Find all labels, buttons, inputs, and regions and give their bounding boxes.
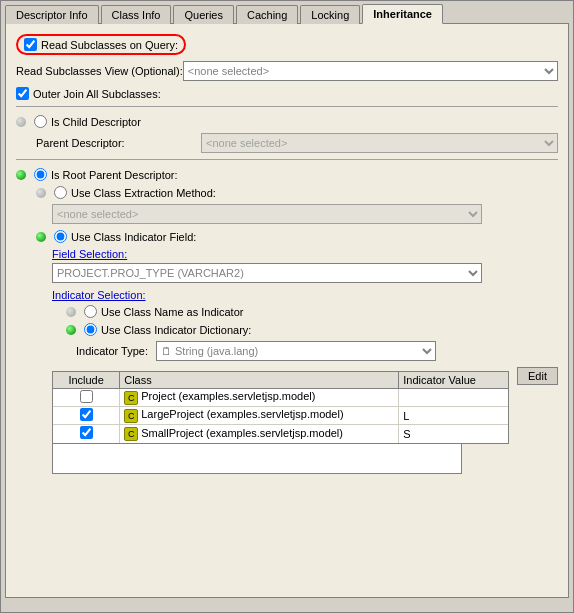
is-child-radio[interactable] [34, 115, 47, 128]
field-selection-label[interactable]: Field Selection: [52, 248, 127, 260]
divider-1 [16, 106, 558, 107]
use-indicator-radio[interactable] [54, 230, 67, 243]
content-panel: Read Subclasses on Query: Read Subclasse… [5, 23, 569, 598]
row-include-checkbox[interactable] [80, 408, 93, 421]
use-extraction-radio[interactable] [54, 186, 67, 199]
table-row: CLargeProject (examples.servletjsp.model… [53, 407, 508, 425]
class-icon: C [124, 391, 138, 405]
use-extraction-label: Use Class Extraction Method: [71, 187, 216, 199]
cell-class: CLargeProject (examples.servletjsp.model… [120, 407, 399, 425]
tab-descriptor-info[interactable]: Descriptor Info [5, 5, 99, 24]
is-child-radio-icon [16, 117, 26, 127]
dict-radio-icon [66, 325, 76, 335]
main-window: Descriptor Info Class Info Queries Cachi… [0, 0, 574, 613]
field-selection-select[interactable]: PROJECT.PROJ_TYPE (VARCHAR2) [52, 263, 482, 283]
th-indicator: Indicator Value [399, 372, 508, 389]
parent-descriptor-label: Parent Descriptor: [36, 137, 201, 149]
cell-indicator: S [399, 425, 508, 443]
read-subclasses-view-select[interactable]: <none selected> [183, 61, 558, 81]
is-root-radio[interactable] [34, 168, 47, 181]
indicator-radio-icon [36, 232, 46, 242]
cell-include [53, 407, 120, 425]
table-row: CSmallProject (examples.servletjsp.model… [53, 425, 508, 443]
read-subclasses-view-row: Read Subclasses View (Optional): <none s… [16, 61, 558, 81]
read-subclasses-highlight: Read Subclasses on Query: [16, 34, 186, 55]
indicator-type-label: Indicator Type: [76, 345, 148, 357]
use-classname-radio[interactable] [84, 305, 97, 318]
tab-locking[interactable]: Locking [300, 5, 360, 24]
table-empty-area [52, 444, 462, 474]
cell-class: CSmallProject (examples.servletjsp.model… [120, 425, 399, 443]
is-root-radio-icon [16, 170, 26, 180]
indicator-type-row: Indicator Type: 🗒 String (java.lang) [76, 341, 558, 361]
tab-class-info[interactable]: Class Info [101, 5, 172, 24]
table-area: Include Class Indicator Value CProject (… [52, 367, 558, 444]
tab-bar: Descriptor Info Class Info Queries Cachi… [1, 1, 573, 23]
is-child-label: Is Child Descriptor [51, 116, 141, 128]
outer-join-checkbox[interactable] [16, 87, 29, 100]
row-include-checkbox[interactable] [80, 426, 93, 439]
read-subclasses-label: Read Subclasses on Query: [41, 39, 178, 51]
use-indicator-label: Use Class Indicator Field: [71, 231, 196, 243]
use-extraction-row: Use Class Extraction Method: [36, 186, 558, 199]
extraction-radio-icon [36, 188, 46, 198]
class-icon: C [124, 409, 138, 423]
cell-indicator: L [399, 407, 508, 425]
parent-descriptor-select[interactable]: <none selected> [201, 133, 558, 153]
cell-indicator [399, 389, 508, 407]
parent-descriptor-row: Parent Descriptor: <none selected> [36, 133, 558, 153]
read-subclasses-view-label: Read Subclasses View (Optional): [16, 65, 183, 77]
edit-button[interactable]: Edit [517, 367, 558, 385]
tab-inheritance[interactable]: Inheritance [362, 4, 443, 24]
use-classname-label: Use Class Name as Indicator [101, 306, 243, 318]
divider-2 [16, 159, 558, 160]
use-indicator-row: Use Class Indicator Field: [36, 230, 558, 243]
use-dict-label: Use Class Indicator Dictionary: [101, 324, 251, 336]
use-dict-row: Use Class Indicator Dictionary: [66, 323, 558, 336]
tab-caching[interactable]: Caching [236, 5, 298, 24]
table-row: CProject (examples.servletjsp.model) [53, 389, 508, 407]
indicator-selection-label[interactable]: Indicator Selection: [52, 289, 146, 301]
cell-include [53, 389, 120, 407]
is-root-label: Is Root Parent Descriptor: [51, 169, 178, 181]
classes-table-container: Include Class Indicator Value CProject (… [52, 371, 509, 444]
tab-queries[interactable]: Queries [173, 5, 234, 24]
cell-class: CProject (examples.servletjsp.model) [120, 389, 399, 407]
indicator-type-select[interactable]: 🗒 String (java.lang) [156, 341, 436, 361]
classes-table: Include Class Indicator Value CProject (… [53, 372, 508, 443]
read-subclasses-checkbox[interactable] [24, 38, 37, 51]
is-child-row: Is Child Descriptor [16, 115, 558, 128]
row-include-checkbox[interactable] [80, 390, 93, 403]
outer-join-label: Outer Join All Subclasses: [33, 88, 161, 100]
th-class: Class [120, 372, 399, 389]
extraction-method-select[interactable]: <none selected> [52, 204, 482, 224]
is-root-row: Is Root Parent Descriptor: [16, 168, 558, 181]
use-dict-radio[interactable] [84, 323, 97, 336]
cell-include [53, 425, 120, 443]
class-icon: C [124, 427, 138, 441]
use-classname-row: Use Class Name as Indicator [66, 305, 558, 318]
th-include: Include [53, 372, 120, 389]
classname-radio-icon [66, 307, 76, 317]
